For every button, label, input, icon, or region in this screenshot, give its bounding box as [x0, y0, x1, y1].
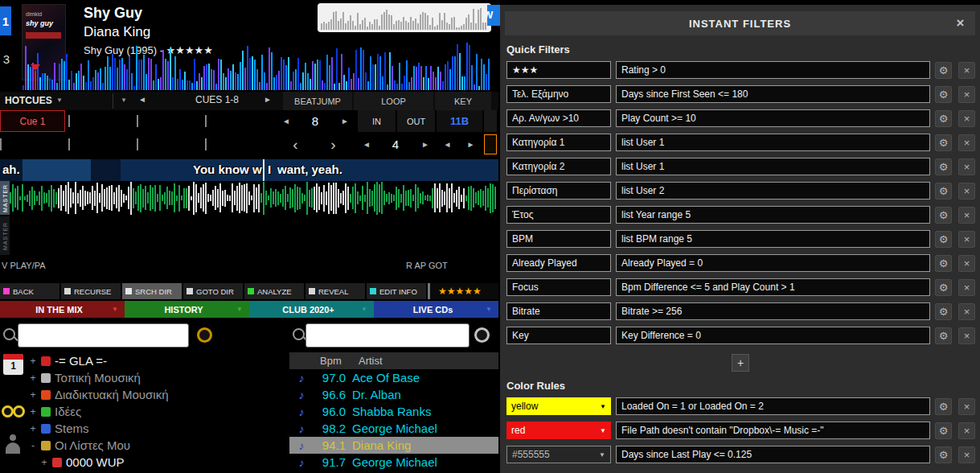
partial-button[interactable] [484, 110, 497, 132]
edit-info-button[interactable]: EDIT INFO [367, 283, 426, 299]
tab-history[interactable]: HISTORY▼ [125, 301, 249, 318]
filter-delete-button[interactable]: × [958, 183, 975, 199]
expander-icon[interactable]: + [29, 389, 37, 401]
artist-column-header[interactable]: Artist [355, 355, 383, 367]
filter-delete-button[interactable]: × [958, 255, 975, 272]
cue-1-button[interactable]: Cue 1 [0, 110, 65, 132]
track-row[interactable]: ♪96.0Shabba Ranks [289, 403, 498, 420]
filter-settings-button[interactable]: ⚙ [935, 86, 952, 103]
filter-name-input[interactable] [506, 254, 611, 272]
back-button[interactable]: BACK [0, 283, 59, 299]
filter-delete-button[interactable]: × [958, 134, 975, 151]
loop-in-button[interactable]: IN [358, 110, 396, 132]
filter-rule-input[interactable] [616, 230, 930, 248]
expander-icon[interactable]: + [29, 406, 37, 417]
loop-bigger-button[interactable]: ► [416, 134, 434, 155]
calendar-icon[interactable]: 1 [3, 354, 23, 375]
add-filter-button[interactable]: + [732, 354, 749, 372]
folder-search-input[interactable] [18, 323, 189, 348]
sunglasses-icon[interactable] [2, 405, 26, 418]
track-row[interactable]: ♪98.2George Michael [289, 420, 498, 437]
chevron-down-icon[interactable]: ▼ [121, 97, 127, 104]
color-select[interactable]: #555555▼ [506, 446, 611, 463]
expander-icon[interactable]: + [29, 356, 37, 367]
cue-slot[interactable] [0, 134, 65, 155]
filter-name-input[interactable] [506, 158, 611, 175]
filter-name-input[interactable] [506, 134, 611, 151]
track-row-selected[interactable]: ♪94.1Diana King [289, 437, 498, 454]
filter-delete-button[interactable]: × [958, 231, 975, 248]
filter-rule-input[interactable] [616, 158, 930, 175]
color-rule-settings-button[interactable]: ⚙ [935, 422, 952, 439]
filter-rule-input[interactable] [616, 206, 930, 224]
goto-dir-button[interactable]: GOTO DIR [183, 283, 243, 299]
filter-rule-input[interactable] [616, 302, 930, 320]
sidebar-item-local-music[interactable]: +Τοπική Μουσική [27, 369, 286, 386]
rating-stars-button[interactable]: ★★★★★ [428, 283, 498, 299]
cue-slot[interactable] [68, 134, 133, 155]
sidebar-item-0000-wup[interactable]: +0000 WUP [27, 454, 286, 471]
chevron-down-icon[interactable]: ▼ [112, 306, 118, 313]
color-rule-input[interactable] [616, 397, 930, 415]
color-select[interactable]: yellow▼ [506, 397, 611, 415]
chevron-down-icon[interactable]: ▼ [56, 97, 63, 104]
filter-name-input[interactable] [506, 206, 611, 224]
filter-delete-button[interactable]: × [958, 62, 975, 79]
filter-settings-button[interactable]: ⚙ [935, 327, 952, 344]
color-rule-input[interactable] [616, 446, 930, 463]
filter-settings-button[interactable]: ⚙ [935, 231, 952, 248]
sidebar-item-stems[interactable]: +Stems [27, 420, 286, 437]
filter-rule-input[interactable] [616, 254, 930, 272]
filter-settings-button[interactable]: ⚙ [935, 183, 952, 199]
filter-settings-button[interactable]: ⚙ [935, 158, 952, 175]
loop-smaller-button[interactable]: ◄ [358, 134, 375, 155]
cue-slot[interactable] [205, 110, 270, 132]
tab-key[interactable]: KEY [435, 92, 491, 110]
filter-rule-input[interactable] [616, 134, 930, 151]
track-row[interactable]: ♪91.7George Michael [289, 454, 498, 471]
beatjump-half-button[interactable]: ‹ [277, 134, 314, 155]
beatjump-double-button[interactable]: › [315, 134, 351, 155]
filter-name-input[interactable] [506, 182, 611, 199]
color-rule-delete-button[interactable]: × [958, 446, 975, 463]
expander-icon[interactable]: + [29, 372, 37, 384]
tab-club-2020[interactable]: CLUB 2020+▼ [249, 301, 374, 318]
hotcues-dropdown[interactable]: HOTCUES [5, 95, 52, 106]
filter-delete-button[interactable]: × [958, 158, 975, 175]
filter-settings-button[interactable]: ⚙ [935, 207, 952, 224]
color-rule-delete-button[interactable]: × [958, 398, 975, 415]
cue-slot[interactable] [205, 134, 270, 155]
key-reset-button[interactable] [484, 134, 497, 154]
filter-name-input[interactable] [506, 302, 611, 320]
filter-settings-button[interactable]: ⚙ [935, 134, 952, 151]
filter-name-input[interactable] [506, 61, 611, 79]
track-search-input[interactable] [305, 323, 469, 348]
color-rule-settings-button[interactable]: ⚙ [935, 398, 952, 415]
tab-live-cds[interactable]: LIVE CDs▼ [374, 301, 498, 318]
master-waveform-bars[interactable] [10, 180, 498, 216]
reveal-button[interactable]: REVEAL [305, 283, 365, 299]
cues-next-button[interactable]: ► [264, 95, 272, 104]
key-down-button[interactable]: ◄ [437, 134, 458, 155]
color-rule-delete-button[interactable]: × [958, 422, 975, 439]
search-dir-button[interactable]: SRCH DIR [122, 283, 182, 299]
partial-button[interactable]: W [487, 5, 500, 26]
filter-delete-button[interactable]: × [958, 279, 975, 296]
overview-waveform-bars[interactable] [318, 3, 491, 32]
filter-rule-input[interactable] [616, 61, 930, 79]
beatjump-back-button[interactable]: ◄ [277, 110, 295, 132]
chevron-down-icon[interactable]: ▼ [486, 306, 492, 313]
sidebar-item-my-lists[interactable]: -Οι Λίστες Μου [27, 437, 286, 454]
tab-in-the-mix[interactable]: IN THE MIX▼ [0, 301, 125, 318]
search-options-button[interactable] [197, 327, 212, 343]
cues-prev-button[interactable]: ◄ [138, 95, 146, 104]
cue-slot[interactable] [137, 134, 202, 155]
recurse-button[interactable]: RECURSE [61, 283, 121, 299]
bpm-column-header[interactable]: Bpm [314, 355, 355, 367]
filter-settings-button[interactable]: ⚙ [935, 110, 952, 127]
filter-name-input[interactable] [506, 230, 611, 248]
filter-rule-input[interactable] [616, 85, 930, 103]
key-up-button[interactable]: ► [460, 134, 482, 155]
filter-rule-input[interactable] [616, 278, 930, 296]
filter-settings-button[interactable]: ⚙ [935, 255, 952, 272]
